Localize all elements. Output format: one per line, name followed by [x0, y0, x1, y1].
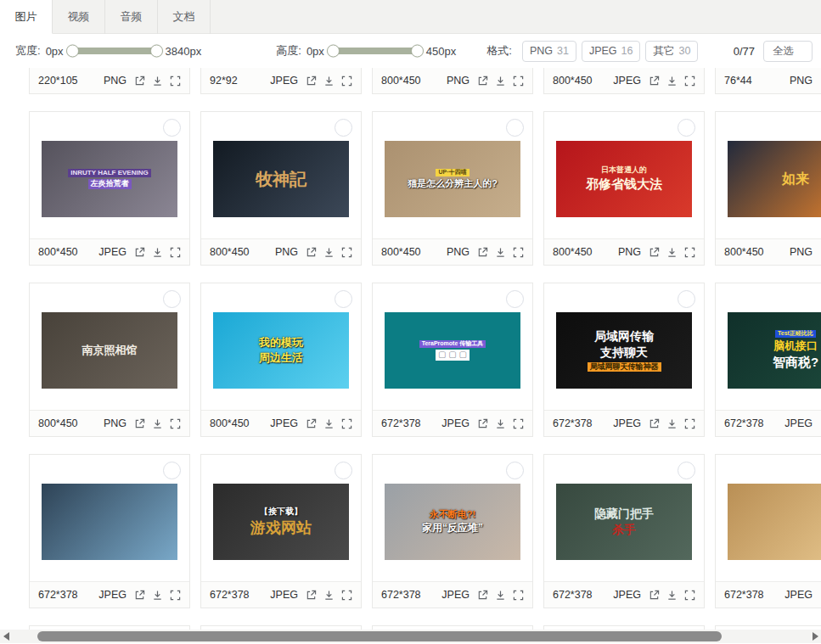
download-icon[interactable] — [323, 590, 335, 601]
open-external-icon[interactable] — [134, 590, 145, 601]
download-icon[interactable] — [323, 247, 335, 258]
format-chip-PNG[interactable]: PNG31 — [522, 41, 576, 62]
select-checkbox[interactable] — [678, 462, 695, 479]
height-slider-handle-max[interactable] — [411, 45, 424, 58]
fullscreen-icon[interactable] — [170, 76, 181, 87]
tab-视频[interactable]: 视频 — [53, 0, 105, 34]
fullscreen-icon[interactable] — [341, 247, 352, 258]
width-range-slider[interactable] — [72, 48, 157, 54]
select-checkbox[interactable] — [335, 290, 352, 308]
scroll-left-icon[interactable] — [0, 630, 12, 643]
fullscreen-icon[interactable] — [513, 76, 524, 87]
open-external-icon[interactable] — [134, 76, 145, 87]
fullscreen-icon[interactable] — [170, 247, 181, 258]
tab-音频[interactable]: 音频 — [105, 0, 158, 34]
image-thumbnail[interactable]: 南京照相馆 — [42, 312, 177, 389]
fullscreen-icon[interactable] — [170, 418, 181, 429]
open-external-icon[interactable] — [306, 247, 317, 258]
fullscreen-icon[interactable] — [513, 418, 524, 429]
scrollbar-thumb[interactable] — [37, 631, 722, 641]
image-thumbnail[interactable]: 【接下载】游戏网站 — [213, 484, 349, 560]
download-icon[interactable] — [666, 418, 678, 429]
image-thumbnail[interactable]: INRUTY HALF EVENING左炎拾荒者 — [42, 141, 177, 217]
card-footer: 800*450JPEG — [544, 68, 704, 93]
width-slider-handle-max[interactable] — [150, 45, 163, 58]
fullscreen-icon[interactable] — [684, 76, 695, 87]
download-icon[interactable] — [495, 247, 506, 258]
width-slider-handle-min[interactable] — [66, 45, 79, 58]
format-chip-其它[interactable]: 其它30 — [645, 41, 698, 62]
footer-actions: JPEG — [784, 417, 821, 429]
image-thumbnail[interactable]: 我的模玩周边生活 — [213, 312, 349, 389]
download-icon[interactable] — [323, 418, 335, 429]
image-thumbnail[interactable]: 永不断电?!家用“反应堆” — [385, 484, 520, 560]
download-icon[interactable] — [152, 590, 163, 601]
select-checkbox[interactable] — [678, 119, 695, 137]
image-thumbnail[interactable]: TeraPromote 传输工具▢ ▢ ▢ — [385, 312, 520, 389]
horizontal-scrollbar[interactable] — [0, 630, 821, 643]
download-icon[interactable] — [666, 247, 678, 258]
select-all-button[interactable]: 全选 — [763, 41, 813, 62]
open-external-icon[interactable] — [649, 590, 660, 601]
download-icon[interactable] — [152, 418, 163, 429]
open-external-icon[interactable] — [134, 247, 145, 258]
select-checkbox[interactable] — [163, 462, 181, 479]
download-icon[interactable] — [495, 76, 506, 87]
select-checkbox[interactable] — [506, 290, 524, 308]
image-thumbnail[interactable] — [42, 484, 177, 560]
tab-图片[interactable]: 图片 — [0, 0, 53, 34]
download-icon[interactable] — [495, 418, 506, 429]
fullscreen-icon[interactable] — [341, 76, 352, 87]
fullscreen-icon[interactable] — [684, 418, 695, 429]
download-icon[interactable] — [323, 76, 335, 87]
fullscreen-icon[interactable] — [513, 590, 524, 601]
fullscreen-icon[interactable] — [341, 418, 352, 429]
image-thumbnail[interactable]: 局域网传输支持聊天局域网聊天传输神器 — [556, 312, 692, 389]
open-external-icon[interactable] — [306, 76, 317, 87]
open-external-icon[interactable] — [649, 247, 660, 258]
image-thumbnail[interactable]: Test正经比比脑机接口智商税? — [728, 312, 821, 389]
scrollbar-track[interactable] — [12, 630, 809, 643]
image-thumbnail[interactable]: 牧神記 — [213, 141, 349, 217]
tab-文档[interactable]: 文档 — [158, 0, 211, 34]
open-external-icon[interactable] — [649, 418, 660, 429]
format-chip-JPEG[interactable]: JPEG16 — [582, 41, 641, 62]
open-external-icon[interactable] — [134, 418, 145, 429]
fullscreen-icon[interactable] — [341, 590, 352, 601]
select-checkbox[interactable] — [163, 119, 181, 137]
download-icon[interactable] — [152, 247, 163, 258]
width-min-value: 0px — [46, 45, 64, 58]
fullscreen-icon[interactable] — [170, 590, 181, 601]
open-external-icon[interactable] — [477, 418, 488, 429]
open-external-icon[interactable] — [477, 590, 488, 601]
fullscreen-icon[interactable] — [684, 590, 695, 601]
open-external-icon[interactable] — [306, 590, 317, 601]
fullscreen-icon[interactable] — [684, 247, 695, 258]
image-thumbnail[interactable] — [728, 484, 821, 560]
select-checkbox[interactable] — [335, 462, 352, 479]
thumb-text: ▢ ▢ ▢ — [436, 350, 470, 361]
open-external-icon[interactable] — [649, 76, 660, 87]
format-label: 格式: — [486, 43, 512, 59]
open-external-icon[interactable] — [306, 418, 317, 429]
height-range-slider[interactable] — [333, 48, 418, 54]
open-external-icon[interactable] — [477, 247, 488, 258]
select-checkbox[interactable] — [163, 290, 181, 308]
download-icon[interactable] — [666, 76, 678, 87]
height-slider-handle-min[interactable] — [327, 45, 340, 58]
image-thumbnail[interactable]: UP·十四喵猫是怎么分辨主人的? — [385, 141, 520, 217]
download-icon[interactable] — [152, 76, 163, 87]
scroll-right-icon[interactable] — [809, 630, 821, 643]
open-external-icon[interactable] — [477, 76, 488, 87]
select-checkbox[interactable] — [335, 119, 352, 137]
select-checkbox[interactable] — [678, 290, 695, 308]
image-thumbnail[interactable]: 隐藏门把手杀手 — [556, 484, 692, 560]
download-icon[interactable] — [666, 590, 678, 601]
width-label: 宽度: — [15, 43, 41, 59]
select-checkbox[interactable] — [506, 462, 524, 479]
image-thumbnail[interactable]: 如来 — [728, 141, 821, 217]
download-icon[interactable] — [495, 590, 506, 601]
select-checkbox[interactable] — [506, 119, 524, 137]
image-thumbnail[interactable]: 日本普通人的邪修省钱大法 — [556, 141, 692, 217]
fullscreen-icon[interactable] — [513, 247, 524, 258]
